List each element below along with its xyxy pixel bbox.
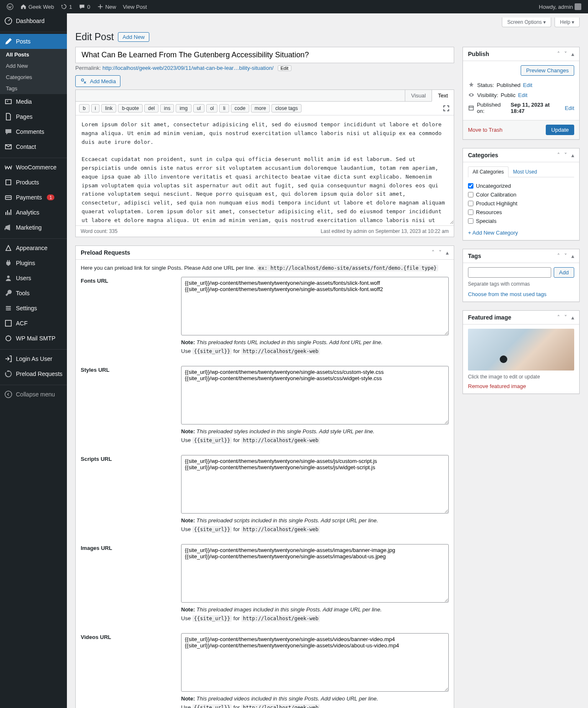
help-toggle[interactable]: Help ▾ — [555, 18, 580, 27]
featured-image-thumbnail[interactable] — [468, 329, 574, 371]
quicktag-b-quote[interactable]: b-quote — [118, 104, 143, 112]
category-item[interactable]: Specials — [468, 217, 574, 225]
toggle-icon[interactable]: ▴ — [571, 314, 574, 321]
submenu-all-posts[interactable]: All Posts — [0, 49, 67, 60]
quicktag-code[interactable]: code — [231, 104, 249, 112]
category-checkbox[interactable] — [468, 218, 473, 224]
new-content-link[interactable]: New — [94, 0, 120, 13]
quicktag-close-tags[interactable]: close tags — [271, 104, 302, 112]
quicktag-link[interactable]: link — [101, 104, 116, 112]
quicktag-del[interactable]: del — [144, 104, 159, 112]
quicktag-ul[interactable]: ul — [193, 104, 205, 112]
move-up-icon[interactable]: ˄ — [557, 314, 560, 321]
post-title-input[interactable] — [75, 47, 454, 63]
menu-comments[interactable]: Comments — [0, 124, 67, 139]
menu-wp-mail-smtp[interactable]: WP Mail SMTP — [0, 331, 67, 346]
quicktag-li[interactable]: li — [219, 104, 229, 112]
menu-tools[interactable]: Tools — [0, 286, 67, 301]
menu-products[interactable]: Products — [0, 175, 67, 190]
toggle-icon[interactable]: ▴ — [446, 249, 449, 256]
preview-changes-button[interactable]: Preview Changes — [521, 65, 574, 76]
preload-textarea[interactable] — [181, 366, 449, 424]
edit-date-link[interactable]: Edit — [565, 105, 574, 111]
category-checkbox[interactable] — [468, 201, 473, 206]
move-up-icon[interactable]: ˄ — [557, 152, 560, 158]
add-media-button[interactable]: Add Media — [75, 75, 120, 87]
add-tag-button[interactable]: Add — [554, 267, 574, 278]
editor-tab-visual[interactable]: Visual — [405, 90, 432, 101]
preload-textarea[interactable] — [181, 544, 449, 603]
submenu-add-new[interactable]: Add New — [0, 60, 67, 72]
menu-payments[interactable]: Payments1 — [0, 190, 67, 205]
move-down-icon[interactable]: ˅ — [564, 51, 567, 57]
preload-textarea[interactable] — [181, 633, 449, 692]
category-checkbox[interactable] — [468, 183, 473, 189]
quicktag-more[interactable]: more — [251, 104, 270, 112]
submenu-tags[interactable]: Tags — [0, 83, 67, 94]
menu-contact[interactable]: Contact — [0, 139, 67, 154]
edit-visibility-link[interactable]: Edit — [518, 92, 527, 98]
content-textarea[interactable] — [76, 115, 454, 224]
menu-appearance[interactable]: Appearance — [0, 240, 67, 256]
menu-users[interactable]: Users — [0, 271, 67, 286]
tab-all-categories[interactable]: All Categories — [468, 166, 509, 177]
preload-textarea[interactable] — [181, 455, 449, 514]
remove-featured-link[interactable]: Remove featured image — [468, 383, 526, 389]
tab-most-used[interactable]: Most Used — [509, 166, 542, 177]
menu-analytics[interactable]: Analytics — [0, 205, 67, 220]
site-home-link[interactable]: Geek Web — [17, 0, 57, 13]
quicktag-ins[interactable]: ins — [160, 104, 174, 112]
howdy-user[interactable]: Howdy, admin — [536, 0, 585, 13]
view-post-link[interactable]: View Post — [120, 0, 151, 13]
menu-marketing[interactable]: Marketing — [0, 220, 67, 235]
update-button[interactable]: Update — [546, 125, 574, 135]
menu-preload-requests[interactable]: Preload Requests — [0, 366, 67, 381]
menu-login-as-user[interactable]: Login As User — [0, 351, 67, 366]
tags-input[interactable] — [468, 267, 551, 278]
menu-posts[interactable]: Posts — [0, 34, 67, 49]
move-down-icon[interactable]: ˅ — [439, 249, 442, 256]
move-down-icon[interactable]: ˅ — [564, 152, 567, 158]
add-new-category-link[interactable]: + Add New Category — [468, 230, 518, 236]
preload-textarea[interactable] — [181, 277, 449, 335]
toggle-icon[interactable]: ▴ — [571, 152, 574, 158]
toggle-icon[interactable]: ▴ — [571, 253, 574, 259]
updates-link[interactable]: 1 — [57, 0, 75, 13]
add-new-button[interactable]: Add New — [118, 32, 149, 42]
toggle-icon[interactable]: ▴ — [571, 51, 574, 57]
edit-status-link[interactable]: Edit — [523, 82, 532, 88]
wp-logo[interactable] — [3, 0, 17, 13]
move-down-icon[interactable]: ˅ — [564, 314, 567, 321]
category-item[interactable]: Uncategorized — [468, 181, 574, 190]
choose-tags-link[interactable]: Choose from the most used tags — [468, 291, 547, 297]
permalink-link[interactable]: http://localhost/geek-web/2023/09/11/wha… — [102, 65, 274, 71]
menu-acf[interactable]: ACF — [0, 316, 67, 331]
menu-pages[interactable]: Pages — [0, 109, 67, 124]
editor-tab-text[interactable]: Text — [432, 90, 454, 102]
category-item[interactable]: Resources — [468, 208, 574, 217]
submenu-categories[interactable]: Categories — [0, 72, 67, 83]
category-checkbox[interactable] — [468, 192, 473, 197]
menu-dashboard[interactable]: Dashboard — [0, 13, 67, 28]
edit-permalink-button[interactable]: Edit — [278, 65, 291, 71]
quicktag-b[interactable]: b — [79, 104, 89, 112]
fullscreen-icon[interactable] — [442, 104, 450, 112]
quicktag-img[interactable]: img — [176, 104, 191, 112]
comments-link[interactable]: 0 — [75, 0, 93, 13]
move-up-icon[interactable]: ˄ — [557, 253, 560, 259]
category-item[interactable]: Color Calibration — [468, 190, 574, 199]
move-to-trash-link[interactable]: Move to Trash — [468, 127, 502, 133]
category-checkbox[interactable] — [468, 210, 473, 215]
menu-media[interactable]: Media — [0, 94, 67, 109]
move-down-icon[interactable]: ˅ — [564, 253, 567, 259]
menu-settings[interactable]: Settings — [0, 301, 67, 316]
screen-options-toggle[interactable]: Screen Options ▾ — [502, 18, 551, 27]
category-item[interactable]: Product Highlight — [468, 199, 574, 208]
quicktag-ol[interactable]: ol — [206, 104, 217, 112]
menu-plugins[interactable]: Plugins — [0, 256, 67, 271]
move-up-icon[interactable]: ˄ — [557, 51, 560, 57]
move-up-icon[interactable]: ˄ — [432, 249, 435, 256]
quicktag-i[interactable]: i — [91, 104, 100, 112]
menu-woocommerce[interactable]: WooCommerce — [0, 160, 67, 175]
collapse-menu[interactable]: Collapse menu — [0, 387, 67, 402]
